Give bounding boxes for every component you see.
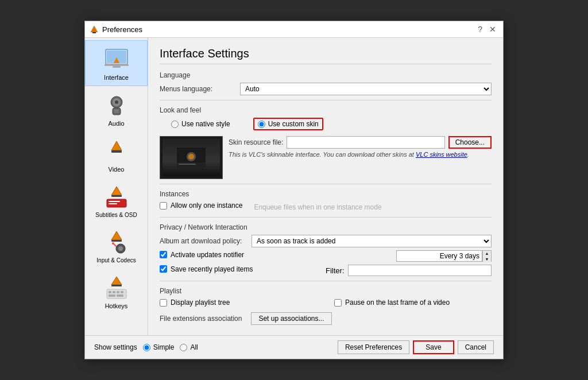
file-extensions-label: File extensions association: [160, 315, 242, 323]
save-button[interactable]: Save: [413, 340, 454, 354]
cancel-button[interactable]: Cancel: [458, 340, 494, 354]
file-assoc-row: File extensions association Set up assoc…: [160, 312, 492, 325]
filter-input[interactable]: [348, 265, 492, 276]
divider-4: [160, 281, 492, 281]
sidebar-label-interface: Interface: [104, 74, 129, 81]
reset-button[interactable]: Reset Preferences: [338, 340, 409, 354]
allow-one-instance-option[interactable]: Allow only one instance: [160, 201, 242, 210]
use-custom-radio[interactable]: [258, 121, 265, 128]
pause-last-frame-checkbox[interactable]: [334, 299, 342, 307]
audio-icon: [103, 91, 130, 119]
update-freq-input[interactable]: [396, 250, 482, 262]
simple-radio[interactable]: [143, 344, 150, 351]
allow-one-instance-checkbox[interactable]: [160, 202, 167, 210]
video-icon: [103, 137, 130, 165]
bottom-bar: Show settings Simple All Reset Preferenc…: [85, 335, 503, 359]
dialog-title: Preferences: [102, 25, 475, 34]
svg-point-39: [188, 154, 194, 160]
save-recently-checkbox[interactable]: [160, 265, 167, 273]
svg-marker-17: [111, 187, 122, 195]
show-settings-group: Show settings Simple All: [94, 343, 198, 351]
input-icon: [103, 228, 130, 256]
svg-rect-36: [117, 294, 123, 297]
all-radio[interactable]: [180, 344, 187, 351]
sidebar-item-hotkeys[interactable]: Hotkeys: [85, 269, 148, 315]
bottom-right-controls: Reset Preferences Save Cancel: [338, 340, 494, 354]
album-art-row: Album art download policy: As soon as tr…: [160, 235, 492, 247]
use-native-radio[interactable]: [171, 121, 179, 128]
skin-file-input[interactable]: [287, 136, 444, 149]
skin-preview-inner: [163, 139, 220, 176]
use-native-label: Use native style: [181, 120, 230, 128]
use-custom-option[interactable]: Use custom skin: [253, 118, 323, 130]
main-content: Interface Settings Language Menus langua…: [148, 38, 503, 335]
filter-label: Filter:: [326, 266, 345, 275]
subtitles-icon: [103, 183, 130, 211]
svg-rect-35: [109, 294, 115, 297]
svg-rect-7: [113, 66, 121, 68]
all-option[interactable]: All: [180, 343, 198, 351]
sidebar-label-hotkeys: Hotkeys: [105, 303, 128, 309]
close-button[interactable]: ✕: [487, 25, 498, 34]
sidebar-item-input[interactable]: Input & Codecs: [85, 223, 148, 269]
pause-last-frame-option[interactable]: Pause on the last frame of a video: [334, 298, 492, 307]
sidebar-item-audio[interactable]: Audio: [85, 86, 148, 132]
album-art-select[interactable]: As soon as track is added: [252, 235, 492, 247]
skin-info-text: This is VLC's skinnable interface. You c…: [229, 151, 492, 158]
svg-rect-21: [109, 203, 117, 204]
save-recently-option[interactable]: Save recently played items: [160, 265, 326, 273]
simple-label: Simple: [153, 343, 175, 351]
sidebar-label-subtitles: Subtitles & OSD: [95, 212, 137, 218]
title-bar: Preferences ? ✕: [85, 21, 503, 38]
divider-3: [160, 217, 492, 218]
pause-last-frame-label: Pause on the last frame of a video: [345, 298, 450, 307]
display-playlist-tree-label: Display playlist tree: [171, 298, 230, 307]
save-recently-row: Save recently played items Filter:: [160, 265, 492, 276]
instances-row: Allow only one instance Enqueue files wh…: [160, 201, 492, 212]
menus-language-label: Menus language:: [160, 85, 240, 93]
divider-2: [160, 184, 492, 184]
look-feel-row: Use native style Use custom skin: [171, 118, 492, 130]
divider-1: [160, 100, 492, 100]
display-playlist-tree-option[interactable]: Display playlist tree: [160, 298, 317, 307]
vlc-skins-link[interactable]: VLC skins website: [416, 151, 467, 158]
svg-point-10: [115, 100, 118, 104]
preferences-dialog: Preferences ? ✕ Interface: [84, 21, 504, 359]
skin-file-panel: Skin resource file: Choose... This is VL…: [229, 136, 492, 158]
choose-button[interactable]: Choose...: [448, 136, 492, 149]
save-recently-label: Save recently played items: [171, 265, 253, 273]
sidebar-item-interface[interactable]: Interface: [85, 40, 148, 86]
spin-down-button[interactable]: ▼: [483, 257, 491, 262]
sidebar-item-subtitles[interactable]: Subtitles & OSD: [85, 178, 148, 223]
use-native-option[interactable]: Use native style: [171, 120, 230, 128]
activate-updates-option[interactable]: Activate updates notifier: [160, 251, 326, 259]
all-label: All: [190, 343, 198, 351]
menus-language-row: Menus language: Auto: [160, 83, 492, 95]
sidebar: Interface Audio: [85, 38, 148, 335]
privacy-section-label: Privacy / Network Interaction: [160, 223, 492, 231]
activate-updates-label: Activate updates notifier: [171, 251, 244, 259]
help-button[interactable]: ?: [475, 25, 485, 34]
svg-rect-23: [111, 240, 122, 242]
language-section-label: Language: [160, 71, 492, 79]
svg-rect-31: [109, 291, 111, 293]
album-art-label: Album art download policy:: [160, 237, 252, 245]
instances-section-label: Instances: [160, 190, 492, 198]
vlc-icon: [90, 25, 99, 34]
sidebar-item-video[interactable]: Video: [85, 132, 148, 178]
activate-updates-checkbox[interactable]: [160, 251, 167, 258]
skin-file-label: Skin resource file:: [229, 138, 283, 146]
updates-row: Activate updates notifier ▲ ▼: [160, 250, 492, 262]
enqueue-files-label: Enqueue files when in one instance mode: [254, 203, 381, 211]
spin-up-button[interactable]: ▲: [483, 251, 491, 257]
look-feel-section-label: Look and feel: [160, 106, 492, 114]
svg-rect-40: [177, 162, 206, 168]
set-up-assoc-button[interactable]: Set up associations...: [251, 312, 331, 325]
display-playlist-tree-checkbox[interactable]: [160, 299, 167, 307]
svg-line-26: [114, 244, 116, 246]
simple-option[interactable]: Simple: [143, 343, 175, 351]
menus-language-select[interactable]: Auto: [240, 83, 492, 95]
sidebar-label-input: Input & Codecs: [96, 257, 136, 263]
skin-row: Skin resource file: Choose... This is VL…: [160, 136, 492, 179]
update-freq-control: ▲ ▼: [326, 250, 492, 262]
